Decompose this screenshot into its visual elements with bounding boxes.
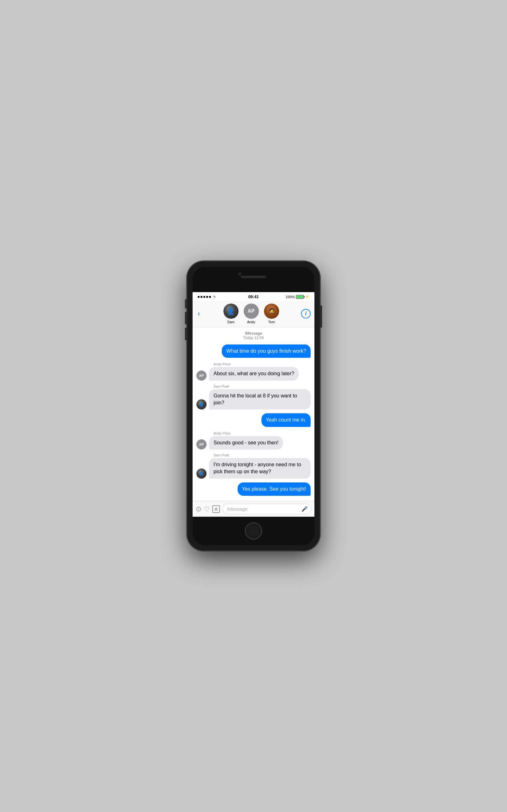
charging-icon: ⚡ [305, 295, 309, 299]
avatar-andy-small-2-initials: AP [199, 442, 204, 446]
avatar-andy-small: AP [196, 370, 207, 381]
side-buttons-right [320, 305, 322, 328]
message-service-label: iMessage [196, 331, 311, 335]
status-bar: ∿ 09:41 100% ⚡ [192, 292, 315, 301]
status-time: 09:41 [248, 294, 259, 299]
bottom-bezel [192, 517, 315, 545]
status-battery: 100% ⚡ [286, 295, 309, 299]
message-row-6: 👤 I'm driving tonight - anyone need me t… [196, 458, 311, 479]
message-row-5: AP Sounds good - see you then! [196, 436, 311, 449]
avatar-andy: AP [244, 304, 259, 319]
sender-label-5: Andy Price [214, 431, 311, 435]
sender-label-2: Andy Price [214, 362, 311, 366]
contact-andy[interactable]: AP Andy [244, 304, 259, 324]
battery-icon [296, 295, 303, 299]
messages-area[interactable]: iMessage Today 12:06 What time do you gu… [192, 327, 315, 501]
avatar-sam-small-icon: 👤 [199, 402, 204, 407]
signal-dot-4 [206, 296, 208, 298]
phone-device: ∿ 09:41 100% ⚡ ‹ [187, 261, 320, 551]
signal-dot-1 [198, 296, 200, 298]
battery-percent-label: 100% [286, 295, 295, 299]
avatar-andy-small-initials: AP [199, 374, 204, 377]
bubble-5: Sounds good - see you then! [209, 436, 283, 449]
bubble-3: Gonna hit the local at 8 if you want to … [209, 389, 311, 410]
contact-sam[interactable]: 👤 Sam [223, 304, 239, 324]
wifi-icon: ∿ [213, 295, 216, 299]
power-button[interactable] [320, 305, 322, 328]
bubble-7: Yes please. See you tonight! [238, 483, 311, 496]
battery-fill [297, 296, 303, 298]
input-bar: ⊙ ♡ A iMessage 🎤 [192, 501, 315, 517]
avatar-sam: 👤 [223, 304, 239, 319]
home-button[interactable] [245, 523, 262, 539]
message-group-4: Yeah count me in. [196, 413, 311, 427]
side-buttons-left [185, 299, 187, 340]
contact-andy-name: Andy [247, 320, 255, 324]
signal-dot-5 [209, 296, 211, 298]
earpiece-speaker [241, 275, 266, 278]
message-date-time: Today 12:06 [196, 335, 311, 340]
mute-button[interactable] [185, 299, 187, 309]
message-group-1: What time do you guys finish work? [196, 345, 311, 358]
input-placeholder: iMessage [227, 506, 247, 512]
info-button[interactable]: i [301, 309, 311, 318]
message-row-2: AP About six, what are you doing later? [196, 367, 311, 380]
contact-tom-name: Tom [268, 320, 275, 324]
contact-tom[interactable]: 🧔 Tom [264, 304, 279, 324]
input-field-container[interactable]: iMessage 🎤 [222, 504, 311, 514]
avatar-tom: 🧔 [264, 304, 279, 319]
avatar-andy-initials: AP [248, 308, 255, 314]
message-group-3: Sam Pratt 👤 Gonna hit the local at 8 if … [196, 384, 311, 410]
avatar-sam-small: 👤 [196, 399, 207, 410]
phone-screen: ∿ 09:41 100% ⚡ ‹ [192, 267, 315, 546]
top-bezel [192, 267, 315, 292]
message-date-header: iMessage Today 12:06 [196, 331, 311, 340]
sender-label-3: Sam Pratt [214, 384, 311, 388]
avatar-sam-small-2: 👤 [196, 469, 207, 479]
camera-icon[interactable]: ⊙ [196, 505, 202, 513]
navigation-bar: ‹ 👤 Sam AP Andy [192, 301, 315, 327]
screen-content: ∿ 09:41 100% ⚡ ‹ [192, 292, 315, 517]
status-signal: ∿ [198, 295, 216, 299]
avatar-sam-small-2-icon: 👤 [199, 471, 204, 476]
contact-list: 👤 Sam AP Andy [223, 304, 279, 324]
message-group-5: Andy Price AP Sounds good - see you then… [196, 431, 311, 449]
bubble-1: What time do you guys finish work? [222, 345, 311, 358]
sender-label-6: Sam Pratt [214, 453, 311, 457]
volume-up-button[interactable] [185, 312, 187, 324]
signal-dot-3 [204, 296, 205, 298]
info-icon: i [305, 311, 306, 317]
bubble-6: I'm driving tonight - anyone need me to … [209, 458, 311, 479]
volume-down-button[interactable] [185, 328, 187, 340]
avatar-tom-photo: 🧔 [264, 304, 279, 319]
bubble-2: About six, what are you doing later? [209, 367, 298, 380]
message-group-6: Sam Pratt 👤 I'm driving tonight - anyone… [196, 453, 311, 479]
bubble-4: Yeah count me in. [262, 413, 311, 427]
avatar-sam-photo: 👤 [223, 304, 239, 319]
message-row-3: 👤 Gonna hit the local at 8 if you want t… [196, 389, 311, 410]
avatar-andy-small-2: AP [196, 439, 207, 449]
heartlink-icon[interactable]: ♡ [204, 505, 210, 513]
message-group-2: Andy Price AP About six, what are you do… [196, 362, 311, 380]
message-group-7: Yes please. See you tonight! [196, 483, 311, 496]
signal-dot-2 [201, 296, 203, 298]
mic-icon[interactable]: 🎤 [301, 506, 308, 512]
front-camera [238, 272, 241, 275]
battery-bar [296, 295, 303, 299]
contact-sam-name: Sam [227, 320, 234, 324]
appstore-icon[interactable]: A [212, 505, 220, 513]
back-button[interactable]: ‹ [196, 308, 201, 319]
